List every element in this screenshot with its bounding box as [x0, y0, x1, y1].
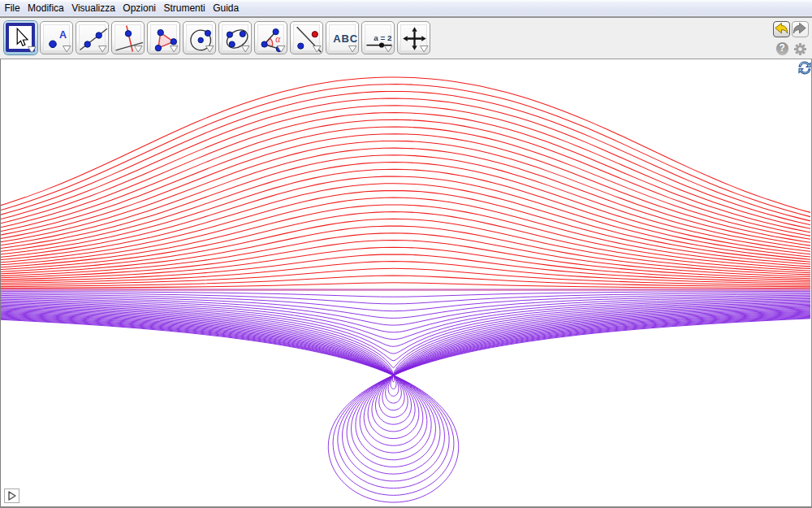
- svg-text:a = 2: a = 2: [374, 33, 392, 41]
- svg-text:ABC: ABC: [333, 33, 358, 45]
- svg-text:α: α: [275, 34, 281, 44]
- svg-text:A: A: [59, 29, 67, 41]
